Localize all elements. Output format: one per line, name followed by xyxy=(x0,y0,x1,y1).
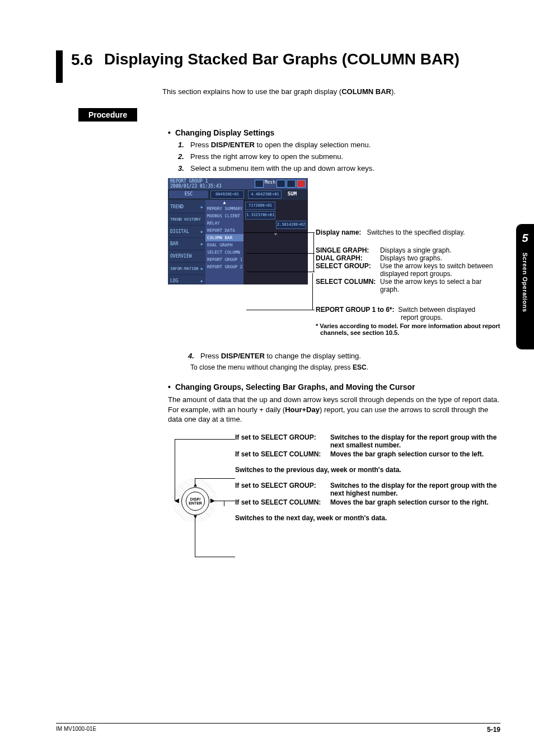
device-mesh-label: Mesh xyxy=(265,180,275,188)
sidebar-label: DIGITAL xyxy=(170,229,189,234)
intro-text-pre: This section explains how to use the bar… xyxy=(162,87,341,96)
step1-bold: DISP/ENTER xyxy=(211,141,255,149)
submenu-item: REPORT GROUP 1 xyxy=(205,256,243,263)
device-cell: 4.484230E+01 xyxy=(248,190,282,199)
close-post: . xyxy=(367,363,368,371)
ann-desc: Displays a single graph. xyxy=(380,246,500,254)
intro-text-post: ). xyxy=(391,87,396,96)
device-cell: 717280E+01 xyxy=(245,202,275,210)
sidebar-trend-history: TREND HISTORY xyxy=(168,213,205,226)
ann-label: SELECT GROUP: xyxy=(316,262,380,278)
step-num-3: 3. xyxy=(178,164,190,172)
close-pre: To close the menu without changing the d… xyxy=(190,363,353,371)
sidebar-information: INFOR-MATION▶ xyxy=(168,263,205,275)
ann-dual-graph: DUAL GRAPH: Displays two graphs. xyxy=(316,254,500,262)
device-titlebar: REPORT GROUP 1 2008/01/23 01:35:43 Mesh xyxy=(168,178,308,189)
connector-line xyxy=(246,272,315,272)
step4-close-note: To close the menu without changing the d… xyxy=(190,363,500,371)
ann-label: SINGLE GRAPH: xyxy=(316,246,380,254)
dpad-desc: Switches to the display for the report g… xyxy=(330,433,500,449)
step1-pre: Press xyxy=(190,141,211,149)
device-timestamp: 2008/01/23 01:35:43 xyxy=(170,184,222,189)
ann-rg-desc2: report groups. xyxy=(401,314,500,321)
ann-desc: Use the arrow keys to select a bar graph… xyxy=(380,278,500,293)
footer-doc-id: IM MV1000-01E xyxy=(56,726,96,734)
toolbar-icon-3 xyxy=(297,180,306,188)
sidebar-label: BAR xyxy=(170,241,178,246)
device-cell: 3.332370E+01 xyxy=(245,211,275,220)
section-title: Displaying Stacked Bar Graphs (COLUMN BA… xyxy=(104,50,460,68)
submenu-item: MEMORY SUMMARY xyxy=(205,205,243,212)
ann-label: REPORT GROUP 1 to 6*: xyxy=(316,306,394,314)
leader-line xyxy=(224,501,224,506)
chevron-right-icon: ▶ xyxy=(201,242,203,246)
dpad-label: If set to SELECT GROUP: xyxy=(235,482,330,497)
page-footer: IM MV1000-01E 5-19 xyxy=(56,723,500,734)
dpad-desc: Moves the bar graph selection cursor to … xyxy=(330,498,500,506)
submenu-item: REPORT GROUP 2 xyxy=(205,263,243,270)
submenu-item: SELECT COLUMN xyxy=(205,249,243,256)
chevron-right-icon: ▶ xyxy=(201,205,203,209)
arrow-left-icon: ◀ xyxy=(175,497,179,503)
dpad-down-desc: Switches to the next day, week or month'… xyxy=(235,514,500,522)
ann-single-graph: SINGLE GRAPH: Displays a single graph. xyxy=(316,246,500,254)
device-cell: 004920E+01 xyxy=(210,190,244,199)
device-sidebar: TREND▶ TREND HISTORY DIGITAL▶ BAR▶ OVERV… xyxy=(168,200,205,284)
ann-select-column: SELECT COLUMN: Use the arrow keys to sel… xyxy=(316,278,500,293)
sidebar-bar: BAR▶ xyxy=(168,238,205,250)
leader-line xyxy=(195,478,235,479)
procedure-label: Procedure xyxy=(78,108,137,122)
leader-line xyxy=(175,439,175,501)
sidebar-trend: TREND▶ xyxy=(168,201,205,213)
para-bold: Hour+Day xyxy=(285,405,320,414)
section-marker-bar xyxy=(56,50,63,83)
sidebar-log: LOG▶ xyxy=(168,275,205,284)
device-cell: 2.581428E+02 xyxy=(276,221,306,229)
device-group-label: REPORT GROUP 1 xyxy=(170,179,222,184)
leader-line xyxy=(214,501,235,501)
step-1-text: Press DISP/ENTER to open the display sel… xyxy=(190,141,500,149)
ann-desc: Use the arrow keys to switch between dis… xyxy=(380,262,500,278)
sidebar-label: TREND xyxy=(170,204,184,209)
dpad-center: DISP/ ENTER xyxy=(186,492,205,511)
footnote-1: * Varies according to model. For more in… xyxy=(316,323,500,329)
sidebar-digital: DIGITAL▶ xyxy=(168,226,205,238)
step4-post: to change the display setting. xyxy=(265,352,361,360)
dpad-center-2: ENTER xyxy=(186,501,204,505)
figure-row: REPORT GROUP 1 2008/01/23 01:35:43 Mesh … xyxy=(168,178,500,336)
dpad-up-desc: Switches to the previous day, week or mo… xyxy=(235,466,500,474)
side-tab-number: 5 xyxy=(522,232,528,245)
step-3-text: Select a submenu item with the up and do… xyxy=(190,164,500,172)
connector-line xyxy=(312,273,313,310)
dpad-label: If set to SELECT COLUMN: xyxy=(235,498,330,506)
chevron-right-icon: ▶ xyxy=(201,230,203,234)
sidebar-overview: OVERVIEW xyxy=(168,250,205,263)
side-tab-text: Screen Operations xyxy=(522,253,528,312)
ann-display-name: Display name: Switches to the specified … xyxy=(316,228,500,236)
section-header: 5.6 Displaying Stacked Bar Graphs (COLUM… xyxy=(56,50,500,83)
connector-line xyxy=(246,253,315,254)
ann-rg-desc1: Switch between displayed xyxy=(398,306,475,314)
subsection2-para: The amount of data that the up and down … xyxy=(168,395,500,424)
connector-line xyxy=(246,310,315,310)
step4-pre: Press xyxy=(200,352,221,360)
step-num-2: 2. xyxy=(178,152,190,161)
ann-label: SELECT COLUMN: xyxy=(316,278,380,293)
device-submenu: ▲ MEMORY SUMMARY MODBUS CLIENT RELAY REP… xyxy=(205,200,243,284)
ann-report-group: REPORT GROUP 1 to 6*: Switch between dis… xyxy=(316,306,500,336)
dpad-center-1: DISP/ xyxy=(186,497,204,501)
ann-desc: Displays two graphs. xyxy=(380,254,500,262)
leader-line xyxy=(195,517,195,557)
dpad-desc: Moves the bar graph selection cursor to … xyxy=(330,450,500,458)
sidebar-label: TREND HISTORY xyxy=(170,217,201,222)
device-esc: ESC xyxy=(169,190,208,198)
step-4-text: Press DISP/ENTER to change the display s… xyxy=(200,352,500,360)
device-top-icons: Mesh xyxy=(255,180,306,188)
section-number: 5.6 xyxy=(71,50,93,69)
intro-bold: COLUMN BAR xyxy=(341,87,391,96)
dpad-right-group: If set to SELECT GROUP: Switches to the … xyxy=(235,482,500,506)
connector-line xyxy=(244,232,315,233)
leader-line xyxy=(195,557,235,557)
dpad-label: If set to SELECT COLUMN: xyxy=(235,450,330,458)
step-4: 4. Press DISP/ENTER to change the displa… xyxy=(178,352,500,371)
